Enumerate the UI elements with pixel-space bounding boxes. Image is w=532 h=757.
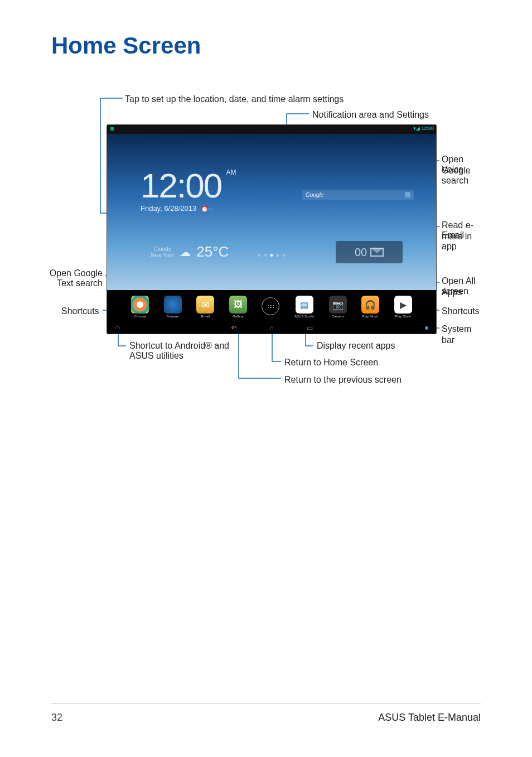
asus-utilities-icon[interactable]: ◠ xyxy=(115,325,120,332)
page-indicator xyxy=(258,254,286,257)
system-bar-indicator-icon xyxy=(425,326,428,330)
callout-textsearch-2: Text search xyxy=(47,278,103,289)
callout-voice-2: Voice search xyxy=(442,164,481,186)
page-footer: 32 ASUS Tablet E-Manual xyxy=(51,703,481,724)
weather-temp: 25°C xyxy=(196,243,229,261)
clock-date: Friday, 6/28/2013 xyxy=(141,204,196,213)
callout-shortcuts-right: Shortcuts xyxy=(442,306,480,317)
weather-condition: Cloudy xyxy=(151,246,174,252)
system-bar: ◠ ↶ ⌂ ▭ xyxy=(107,322,436,334)
weather-city: New York xyxy=(151,252,174,258)
all-apps-button[interactable]: ∷∷ xyxy=(262,297,279,316)
callout-top-2: Notification area and Settings xyxy=(312,109,429,120)
email-widget[interactable]: 00 xyxy=(336,241,403,263)
app-camera[interactable]: 📷 Camera xyxy=(329,296,347,318)
dock: Chrome Browser ✉ Email 🖼 Gallery ∷∷ xyxy=(107,291,436,322)
app-chrome[interactable]: Chrome xyxy=(131,296,149,318)
callout-asus-1: Shortcut to Android® and xyxy=(129,340,229,351)
app-asus-studio[interactable]: ▤ ASUS Studio xyxy=(294,296,314,318)
google-label: Google xyxy=(306,192,323,198)
annotated-diagram: Tap to set up the location, date, and ti… xyxy=(51,86,481,398)
wallpaper: 12:00 AM Friday, 6/28/2013 ⏰··· Cloudy N… xyxy=(107,134,436,290)
status-time: ▾◢ 12:00 xyxy=(413,126,434,131)
cloud-icon: ☁ xyxy=(180,245,191,259)
recent-apps-button[interactable]: ▭ xyxy=(304,324,315,332)
app-play-store[interactable]: ▶ Play Store xyxy=(394,296,412,318)
alarm-icon: ⏰··· xyxy=(201,205,214,213)
clock-time: 12:00 xyxy=(141,166,221,205)
weather-widget[interactable]: Cloudy New York ☁ 25°C xyxy=(151,243,229,261)
google-search-bar[interactable]: Google xyxy=(302,190,414,200)
callout-back: Return to the previous screen xyxy=(284,374,402,385)
callout-textsearch-1: Open Google xyxy=(47,268,103,279)
email-count: 00 xyxy=(355,246,367,259)
callout-allapps-2: screen xyxy=(442,286,468,297)
mic-icon[interactable] xyxy=(405,192,410,197)
clock-widget[interactable]: 12:00 AM Friday, 6/28/2013 ⏰··· xyxy=(141,168,236,213)
callout-asus-2: ASUS utilities xyxy=(129,350,183,361)
callout-top-1: Tap to set up the location, date, and ti… xyxy=(125,94,344,105)
app-play-music[interactable]: 🎧 Play Music xyxy=(361,296,379,318)
tablet-screenshot: ▾◢ 12:00 12:00 AM Friday, 6/28/2013 ⏰··· xyxy=(107,125,436,334)
callout-systembar: System bar xyxy=(442,324,481,346)
status-bar[interactable]: ▾◢ 12:00 xyxy=(107,125,436,134)
app-email[interactable]: ✉ Email xyxy=(196,296,214,318)
callout-email-2: Email app xyxy=(442,230,481,252)
status-indicator-icon xyxy=(110,127,114,131)
callout-home: Return to Home Screen xyxy=(284,357,378,368)
envelope-icon xyxy=(370,248,384,257)
app-browser[interactable]: Browser xyxy=(164,296,182,318)
app-gallery[interactable]: 🖼 Gallery xyxy=(229,296,247,318)
clock-ampm: AM xyxy=(226,168,236,176)
callout-shortcuts-left: Shortcuts xyxy=(61,306,99,317)
callout-recent: Display recent apps xyxy=(317,340,395,351)
footer-title: ASUS Tablet E-Manual xyxy=(378,712,481,724)
back-button[interactable]: ↶ xyxy=(229,324,239,332)
page-title: Home Screen xyxy=(51,32,481,59)
home-button[interactable]: ⌂ xyxy=(267,324,277,332)
page-number: 32 xyxy=(51,712,62,724)
